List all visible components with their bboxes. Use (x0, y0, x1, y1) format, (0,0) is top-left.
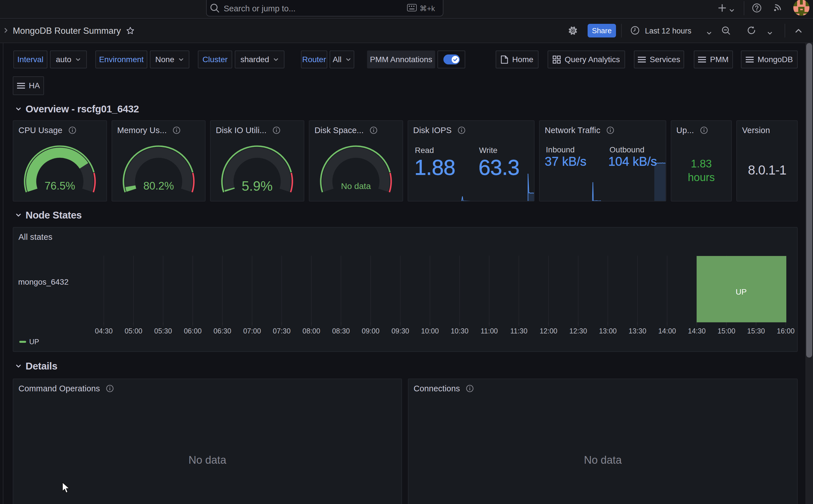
svg-text:06:00: 06:00 (184, 327, 202, 335)
svg-text:07:30: 07:30 (273, 327, 291, 335)
svg-text:16:00: 16:00 (777, 327, 795, 335)
svg-text:08:30: 08:30 (332, 327, 350, 335)
svg-text:13:30: 13:30 (628, 327, 646, 335)
svg-text:UP: UP (29, 338, 39, 346)
svg-text:5.9%: 5.9% (242, 179, 273, 194)
svg-text:14:30: 14:30 (688, 327, 706, 335)
svg-text:07:00: 07:00 (243, 327, 261, 335)
svg-text:04:30: 04:30 (95, 327, 113, 335)
svg-text:06:30: 06:30 (213, 327, 231, 335)
svg-text:11:30: 11:30 (510, 327, 527, 335)
svg-text:No data: No data (341, 181, 371, 191)
svg-text:05:00: 05:00 (125, 327, 143, 335)
svg-text:UP: UP (736, 287, 747, 296)
svg-text:80.2%: 80.2% (143, 180, 174, 192)
svg-text:15:00: 15:00 (718, 327, 736, 335)
svg-text:13:00: 13:00 (599, 327, 617, 335)
svg-text:15:30: 15:30 (747, 327, 765, 335)
svg-text:10:30: 10:30 (451, 327, 469, 335)
svg-text:09:30: 09:30 (391, 327, 409, 335)
svg-text:08:00: 08:00 (303, 327, 320, 335)
svg-text:09:00: 09:00 (362, 327, 380, 335)
svg-text:10:00: 10:00 (421, 327, 439, 335)
svg-text:14:00: 14:00 (658, 327, 676, 335)
svg-text:76.5%: 76.5% (45, 180, 75, 192)
svg-text:05:30: 05:30 (154, 327, 172, 335)
svg-text:12:00: 12:00 (540, 327, 558, 335)
svg-text:12:30: 12:30 (569, 327, 587, 335)
svg-text:11:00: 11:00 (481, 327, 498, 335)
